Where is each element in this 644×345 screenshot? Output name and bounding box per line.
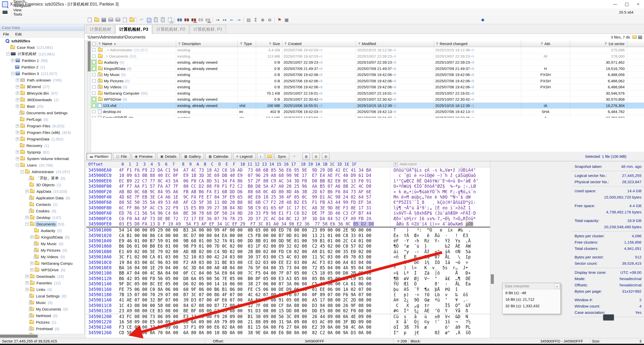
tree-item-users[interactable]: −Users(20,758)	[0, 162, 84, 168]
tree-item-printhood[interactable]: PrintHood(0)	[0, 325, 84, 332]
document-window-icon[interactable]	[3, 11, 8, 14]
expand-icon[interactable]: +	[16, 98, 19, 101]
mode-sync-toggle[interactable]: Sync	[274, 153, 289, 160]
expand-icon[interactable]: +	[16, 79, 19, 82]
tree-item-nethood[interactable]: NetHood(0)	[0, 312, 84, 319]
file-list-scroll-thumb[interactable]	[88, 41, 91, 71]
tab-2-active[interactable]: 计算机检材, P3	[115, 25, 152, 34]
maximize-button[interactable]	[621, 0, 632, 9]
table-row-netsarang-computer[interactable]: NetSarang Computer(50)existing70.1 KB202…	[91, 90, 644, 97]
tab-4[interactable]: 计算机检材, P1	[190, 25, 226, 33]
hex-row-3459011a0[interactable]: 3459011A041 AE 07 00 32 BF 07 00 39 D3 0…	[86, 297, 490, 303]
collapse-icon[interactable]: −	[21, 170, 24, 173]
row-checkbox[interactable]	[92, 73, 96, 76]
hex-row-345901240[interactable]: 345901240F3 CE 09 00 33 DF 09 00 37 F1 0…	[86, 325, 490, 330]
column-header-1st-sector[interactable]: 1st sector	[570, 41, 627, 47]
expand-icon[interactable]: +	[16, 150, 19, 154]
tree-item-path-unknown[interactable]: +Path unknown(765)	[0, 77, 84, 83]
table-row-my-music[interactable]: My Music(0)existing0 B2025/07/06 19:42:0…	[91, 72, 644, 78]
tree-item-sysprep[interactable]: +Sysprep(81)	[0, 149, 84, 155]
column-header-size[interactable]: Size	[256, 41, 282, 47]
forward-icon[interactable]: →	[235, 17, 242, 23]
hex-row-345900fa0[interactable]: 345900FA0ED 76 C1 56 54 96 C4 0A BE 30 7…	[86, 211, 490, 216]
tree-item-documents[interactable]: −Documents(53)	[0, 221, 84, 227]
tree-item-szb2025cs[interactable]: szb2025cs	[0, 37, 84, 44]
minimize-button[interactable]: —	[609, 0, 621, 9]
hex-row-345900ee0[interactable]: 345900EE0EC B9 22 C7 77 8C 43 5A 06 F0 C…	[86, 178, 490, 184]
hex-row-345901040[interactable]: 345901040E9 46 01 00 B7 59 01 00 9B 68 0…	[86, 238, 490, 244]
menu-navigation[interactable]: Navigation	[10, 4, 34, 8]
new-file-icon[interactable]	[86, 17, 93, 23]
print-icon[interactable]	[114, 17, 121, 23]
tree-item-program-files-x86-[interactable]: +Program Files (x86)(424)	[0, 129, 84, 136]
hex-row-345900ec0[interactable]: 345900EC010 09 63 0B 88 40 EC 0F E9 1B 3…	[86, 173, 490, 178]
expand-icon[interactable]: +	[16, 137, 19, 141]
hex-row-3459010a0[interactable]: 3459010A03C F1 02 00 CA 01 03 00 52 10 0…	[86, 254, 490, 260]
table-row-audacity[interactable]: Audacity(0)existing, already viewed0 B20…	[91, 59, 644, 66]
row-height-toggle-icon[interactable]: ↕	[257, 153, 264, 160]
case-menu-edit[interactable]: Edit	[12, 32, 25, 36]
expand-icon[interactable]: +	[25, 275, 29, 278]
tab-1[interactable]: 计算机检材	[86, 25, 115, 33]
menu-search[interactable]: Search	[10, 0, 34, 4]
filter-icon[interactable]	[178, 42, 181, 45]
hex-row-345900f20[interactable]: 345900F20AB 8D 0C 6B 9C 84 95 A6 FB AB B…	[86, 189, 490, 195]
find-again-icon[interactable]	[183, 17, 190, 23]
hex-row-3459010e0[interactable]: 3459010E0BA 16 04 00 1E 29 04 00 6C 3D 0…	[86, 265, 490, 271]
goto-offset-icon[interactable]: →	[214, 17, 221, 23]
select-all-checkbox[interactable]	[91, 41, 97, 47]
filter-icon[interactable]	[284, 42, 287, 45]
paste-icon[interactable]	[152, 17, 159, 23]
column-header-type[interactable]: Type	[238, 41, 256, 47]
hex-row-345900ea0[interactable]: 345900EA04F F1 F6 F9 22 DA C1 94 A7 4C 7…	[86, 168, 490, 173]
hex-row-345901100[interactable]: 345901100BB A7 04 00 4C BA 04 00 0F CC 0…	[86, 271, 490, 276]
mode-tab-details[interactable]: ▣Details	[157, 153, 180, 160]
open-icon[interactable]	[93, 17, 100, 23]
tree-item-administrator[interactable]: −Administrator(15,257)	[0, 168, 84, 175]
hex-row-3459011e0[interactable]: 3459011E023 A9 08 00 CE B3 08 00 BE BF 0…	[86, 308, 490, 314]
replace-icon[interactable]	[197, 17, 204, 23]
hex-row-345901120[interactable]: 345901120B6 42 05 00 F8 56 05 00 D8 6A 0…	[86, 276, 490, 281]
tree-item-kingsoftdata[interactable]: +KingsoftData(0)	[0, 234, 84, 240]
expand-icon[interactable]: +	[16, 124, 19, 128]
tree-item-programdata[interactable]: +ProgramData(1,052)	[0, 136, 84, 142]
menu-view[interactable]: View	[10, 8, 34, 12]
hex-viewer[interactable]: Offset 0 1 2 3 4 5 6 7 8 9 A B C D E F 1…	[86, 161, 490, 338]
hex-row-345900f80[interactable]: 345900F806C FF B6 5F AC C5 22 F9 15 E5 B…	[86, 205, 490, 211]
xways-tools-icon[interactable]: ◆	[479, 17, 486, 23]
tree-item-documents-and-settings[interactable]: Documents and Settings	[0, 109, 84, 116]
wave-icon[interactable]: ~	[291, 153, 298, 160]
filter-icon[interactable]	[605, 42, 607, 45]
tree-item-appdata[interactable]: +AppData(15,020)	[0, 188, 84, 195]
tree-hscroll-thumb[interactable]	[0, 335, 38, 338]
mode-tab-legend[interactable]: ≡Legend	[233, 153, 256, 160]
table-row-my-pictures[interactable]: My Pictures(0)existing0 B2025/07/06 19:4…	[91, 78, 644, 84]
hex-row-345901260[interactable]: 345901260CD 5E 0A 00 0A 70 0A 00 6A 80 0…	[86, 330, 490, 335]
tree-item-favorites[interactable]: +Favorites(12)	[0, 280, 84, 286]
tree-item--开始-菜单[interactable]: 「开始」菜单(0)	[0, 175, 84, 181]
column-header-modified[interactable]: Modified	[356, 41, 434, 47]
hex-row-345901060[interactable]: 345901060B6 D6 01 00 B0 E6 01 00 98 F9 0…	[86, 244, 490, 249]
collapse-icon[interactable]: −	[6, 52, 10, 56]
find-icon[interactable]	[176, 17, 183, 23]
mode-tab-preview[interactable]: ◉Preview	[132, 153, 156, 160]
tree-item-my-documents[interactable]: My Documents(0)	[0, 306, 84, 312]
case-menu-file[interactable]: File	[0, 32, 12, 36]
expand-icon[interactable]: +	[30, 268, 33, 272]
tree-item-360downloads[interactable]: +360Downloads(1)	[0, 96, 84, 103]
collapse-icon[interactable]: −	[25, 222, 29, 226]
data-interpreter-window[interactable]: Data Interpreter ▴ 8 Bit (±): -4816 Bit …	[502, 283, 561, 314]
copy-icon[interactable]	[145, 17, 152, 23]
file-list-scrollbar[interactable]	[87, 41, 91, 152]
hex-row-345900f60[interactable]: 345900F6080 5E 50 35 5A 49 53 A8 AF CD 5…	[86, 200, 490, 205]
filter-icon[interactable]	[269, 42, 272, 45]
filter-icon[interactable]	[98, 42, 101, 45]
table-row-my-videos[interactable]: My Videos(0)existing0 B2025/07/06 19:42:…	[91, 84, 644, 90]
tree-item-my-music[interactable]: My Music(0)	[0, 240, 84, 247]
copy-hex-icon[interactable]: 101	[167, 17, 173, 23]
position-manager-icon[interactable]: ▤	[245, 17, 252, 23]
tree-item-links[interactable]: +Links(4)	[0, 286, 84, 293]
tree-item-contacts[interactable]: Contacts(1)	[0, 201, 84, 208]
find-hex-icon[interactable]: HEX	[190, 17, 197, 23]
mode-tab-gallery[interactable]: ▦Gallery	[181, 153, 204, 160]
